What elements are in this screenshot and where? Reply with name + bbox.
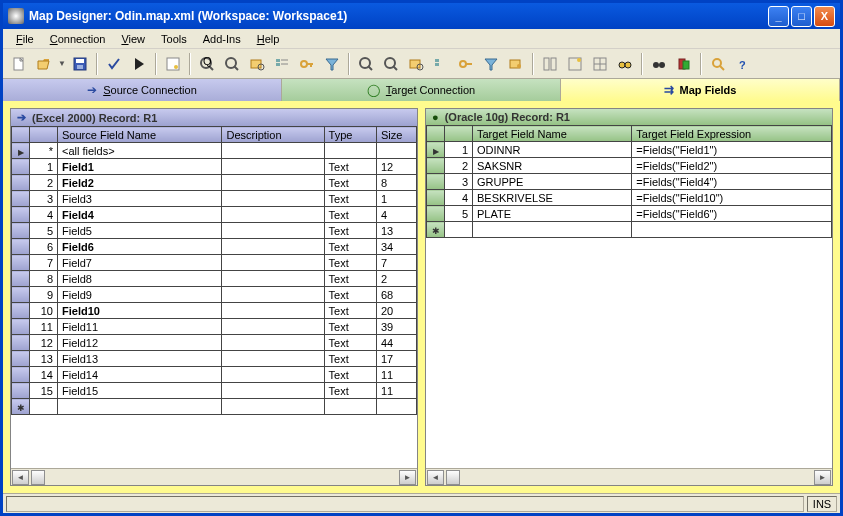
col-description[interactable]: Description xyxy=(222,127,324,143)
target-record-label: (Oracle 10g) Record: R1 xyxy=(445,111,570,123)
binoculars-icon[interactable] xyxy=(648,53,670,75)
table-row[interactable]: 12Field12Text44 xyxy=(12,335,417,351)
browse-2-icon[interactable] xyxy=(405,53,427,75)
new-row[interactable] xyxy=(427,222,832,238)
close-button[interactable]: X xyxy=(814,6,835,27)
table-row[interactable]: 7Field7Text7 xyxy=(12,255,417,271)
zoom-fit-icon[interactable] xyxy=(221,53,243,75)
h-scrollbar[interactable]: ◄ ► xyxy=(11,469,417,485)
title-bar: Map Designer: Odin.map.xml (Workspace: W… xyxy=(3,3,840,29)
table-row[interactable]: 15Field15Text11 xyxy=(12,383,417,399)
svg-point-39 xyxy=(577,58,581,62)
svg-point-7 xyxy=(174,65,178,69)
key-2-icon[interactable] xyxy=(455,53,477,75)
search-icon[interactable] xyxy=(707,53,729,75)
scroll-thumb[interactable] xyxy=(31,470,45,485)
zoom-fit-2-icon[interactable] xyxy=(380,53,402,75)
table-row[interactable]: 3Field3Text1 xyxy=(12,191,417,207)
col-target-name[interactable]: Target Field Name xyxy=(473,126,632,142)
table-row[interactable]: 4Field4Text4 xyxy=(12,207,417,223)
menu-file[interactable]: File xyxy=(8,31,42,47)
svg-line-12 xyxy=(234,66,238,70)
minimize-button[interactable]: _ xyxy=(768,6,789,27)
svg-marker-33 xyxy=(485,59,497,70)
status-well xyxy=(6,496,804,512)
scroll-left-icon[interactable]: ◄ xyxy=(12,470,29,485)
tab-target-connection[interactable]: ◯ Target Connection xyxy=(282,79,561,101)
h-scrollbar[interactable]: ◄ ► xyxy=(426,469,832,485)
dropdown-arrow-icon[interactable]: ▼ xyxy=(58,59,66,68)
properties-icon[interactable] xyxy=(162,53,184,75)
tab-map-fields[interactable]: ⇉ Map Fields xyxy=(561,79,840,101)
binoculars-yellow-icon[interactable] xyxy=(614,53,636,75)
run-icon[interactable] xyxy=(128,53,150,75)
svg-rect-36 xyxy=(544,58,549,70)
zoom-actual-2-icon[interactable] xyxy=(355,53,377,75)
col-target-expr[interactable]: Target Field Expression xyxy=(632,126,832,142)
key-list-2-icon[interactable] xyxy=(430,53,452,75)
key-icon[interactable] xyxy=(296,53,318,75)
help-icon[interactable]: ? xyxy=(732,53,754,75)
source-grid[interactable]: Source Field Name Description Type Size … xyxy=(11,126,417,468)
menu-tools[interactable]: Tools xyxy=(153,31,195,47)
table-row[interactable]: 10Field10Text20 xyxy=(12,303,417,319)
arrow-right-icon: ➔ xyxy=(17,111,26,124)
books-icon[interactable] xyxy=(673,53,695,75)
svg-rect-15 xyxy=(276,59,280,62)
svg-point-43 xyxy=(619,62,625,68)
table-row[interactable]: 3GRUPPE=Fields("Field4") xyxy=(427,174,832,190)
table-row[interactable]: 2SAKSNR=Fields("Field2") xyxy=(427,158,832,174)
scroll-right-icon[interactable]: ► xyxy=(814,470,831,485)
svg-text:Q: Q xyxy=(203,56,212,67)
table-row[interactable]: 13Field13Text17 xyxy=(12,351,417,367)
menu-connection[interactable]: Connection xyxy=(42,31,114,47)
menu-help[interactable]: Help xyxy=(249,31,288,47)
svg-rect-30 xyxy=(435,63,439,66)
col-source-name[interactable]: Source Field Name xyxy=(58,127,222,143)
table-row[interactable]: 1Field1Text12 xyxy=(12,159,417,175)
table-row[interactable]: 11Field11Text39 xyxy=(12,319,417,335)
svg-rect-29 xyxy=(435,59,439,62)
table-row[interactable]: * <all fields> xyxy=(12,143,417,159)
svg-point-46 xyxy=(659,62,665,68)
filter-icon[interactable] xyxy=(321,53,343,75)
save-icon[interactable] xyxy=(69,53,91,75)
svg-point-49 xyxy=(713,59,721,67)
col-size[interactable]: Size xyxy=(377,127,417,143)
browse-icon[interactable] xyxy=(246,53,268,75)
scroll-thumb[interactable] xyxy=(446,470,460,485)
new-icon[interactable] xyxy=(8,53,30,75)
table-row[interactable]: 2Field2Text8 xyxy=(12,175,417,191)
table-row[interactable]: 8Field8Text2 xyxy=(12,271,417,287)
layout-2-icon[interactable] xyxy=(564,53,586,75)
svg-rect-48 xyxy=(683,61,689,69)
zoom-actual-icon[interactable]: Q xyxy=(196,53,218,75)
filter-2-icon[interactable] xyxy=(480,53,502,75)
table-row[interactable]: 14Field14Text11 xyxy=(12,367,417,383)
folder-key-icon[interactable] xyxy=(505,53,527,75)
key-list-icon[interactable] xyxy=(271,53,293,75)
layout-1-icon[interactable] xyxy=(539,53,561,75)
table-row[interactable]: 4BESKRIVELSE=Fields("Field10") xyxy=(427,190,832,206)
table-row[interactable]: 9Field9Text68 xyxy=(12,287,417,303)
menu-addins[interactable]: Add-Ins xyxy=(195,31,249,47)
col-type[interactable]: Type xyxy=(324,127,376,143)
table-row[interactable]: 6Field6Text34 xyxy=(12,239,417,255)
scroll-right-icon[interactable]: ► xyxy=(399,470,416,485)
table-row[interactable]: 1ODINNR=Fields("Field1") xyxy=(427,142,832,158)
validate-icon[interactable] xyxy=(103,53,125,75)
table-row[interactable]: 5Field5Text13 xyxy=(12,223,417,239)
new-row[interactable] xyxy=(12,399,417,415)
svg-marker-22 xyxy=(326,59,338,70)
target-grid[interactable]: Target Field Name Target Field Expressio… xyxy=(426,125,832,468)
layout-3-icon[interactable] xyxy=(589,53,611,75)
table-row[interactable]: 5PLATE=Fields("Field6") xyxy=(427,206,832,222)
tab-map-label: Map Fields xyxy=(680,84,737,96)
open-icon[interactable] xyxy=(33,53,55,75)
scroll-left-icon[interactable]: ◄ xyxy=(427,470,444,485)
maximize-button[interactable]: □ xyxy=(791,6,812,27)
tab-source-connection[interactable]: ➔ Source Connection xyxy=(3,79,282,101)
svg-rect-37 xyxy=(551,58,556,70)
menu-view[interactable]: View xyxy=(113,31,153,47)
svg-point-19 xyxy=(301,61,307,67)
